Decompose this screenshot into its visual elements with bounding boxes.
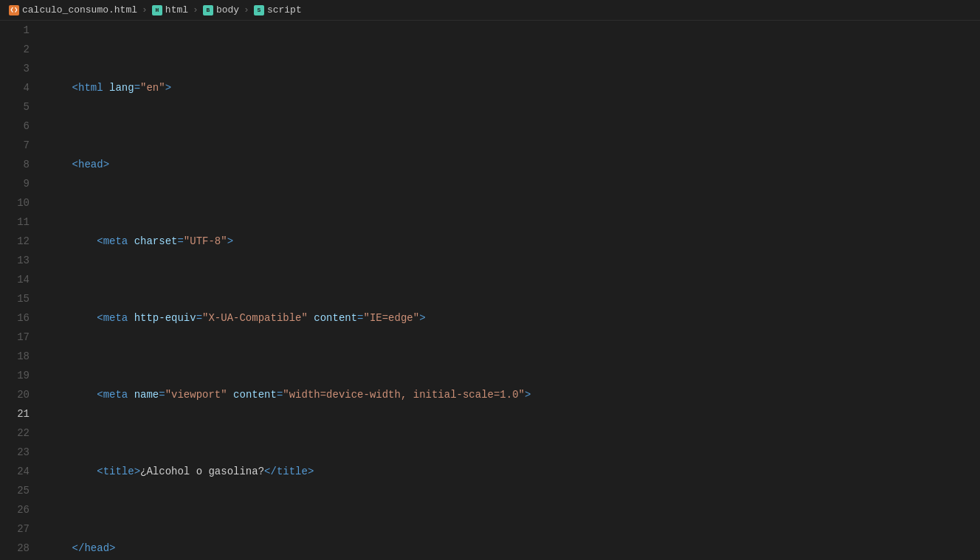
line-num-8: 8 xyxy=(15,155,30,174)
line-num-15: 15 xyxy=(15,289,30,308)
line-numbers: 1 2 3 4 5 6 7 8 9 10 11 12 13 14 15 16 1… xyxy=(0,21,41,560)
file-icon: ❮❯ xyxy=(9,5,19,15)
html-icon: H xyxy=(152,5,162,15)
line-num-21: 21 xyxy=(15,404,30,424)
breadcrumb-html[interactable]: html xyxy=(165,4,188,15)
line-num-20: 20 xyxy=(15,385,30,404)
code-line-7: </head> xyxy=(47,539,980,558)
code-line-1: <html lang="en"> xyxy=(47,78,980,97)
line-num-13: 13 xyxy=(15,251,30,270)
breadcrumb: ❮❯ calculo_consumo.html › H html › B bod… xyxy=(0,0,980,21)
breadcrumb-sep-1: › xyxy=(142,4,148,15)
line-num-24: 24 xyxy=(15,462,30,481)
line-num-6: 6 xyxy=(15,117,30,136)
code-line-4: <meta http-equiv="X-UA-Compatible" conte… xyxy=(47,308,980,328)
line-num-7: 7 xyxy=(15,136,30,155)
breadcrumb-sep-3: › xyxy=(244,4,249,15)
line-num-17: 17 xyxy=(15,328,30,347)
line-num-23: 23 xyxy=(15,443,30,462)
line-num-4: 4 xyxy=(15,78,30,97)
code-line-5: <meta name="viewport" content="width=dev… xyxy=(47,385,980,404)
line-num-11: 11 xyxy=(15,212,30,232)
line-num-25: 25 xyxy=(15,481,30,500)
breadcrumb-script[interactable]: script xyxy=(267,4,302,15)
line-num-28: 28 xyxy=(15,539,30,558)
script-icon: S xyxy=(254,5,264,15)
line-num-22: 22 xyxy=(15,424,30,443)
line-num-18: 18 xyxy=(15,347,30,366)
code-line-2: <head> xyxy=(47,155,980,174)
line-num-2: 2 xyxy=(15,40,30,59)
line-num-12: 12 xyxy=(15,232,30,251)
body-icon: B xyxy=(203,5,213,15)
line-num-1: 1 xyxy=(15,21,30,40)
line-num-10: 10 xyxy=(15,193,30,212)
breadcrumb-sep-2: › xyxy=(193,4,199,15)
line-num-3: 3 xyxy=(15,59,30,78)
line-num-9: 9 xyxy=(15,174,30,193)
line-num-14: 14 xyxy=(15,270,30,289)
code-line-3: <meta charset="UTF-8"> xyxy=(47,232,980,251)
breadcrumb-body[interactable]: body xyxy=(216,4,239,15)
code-area[interactable]: <html lang="en"> <head> <meta charset="U… xyxy=(41,21,980,560)
editor: 1 2 3 4 5 6 7 8 9 10 11 12 13 14 15 16 1… xyxy=(0,21,980,560)
line-num-19: 19 xyxy=(15,366,30,385)
code-line-6: <title>¿Alcohol o gasolina?</title> xyxy=(47,462,980,481)
line-num-27: 27 xyxy=(15,519,30,539)
line-num-26: 26 xyxy=(15,500,30,519)
line-num-5: 5 xyxy=(15,97,30,117)
breadcrumb-filename[interactable]: calculo_consumo.html xyxy=(22,4,137,15)
line-num-16: 16 xyxy=(15,308,30,328)
